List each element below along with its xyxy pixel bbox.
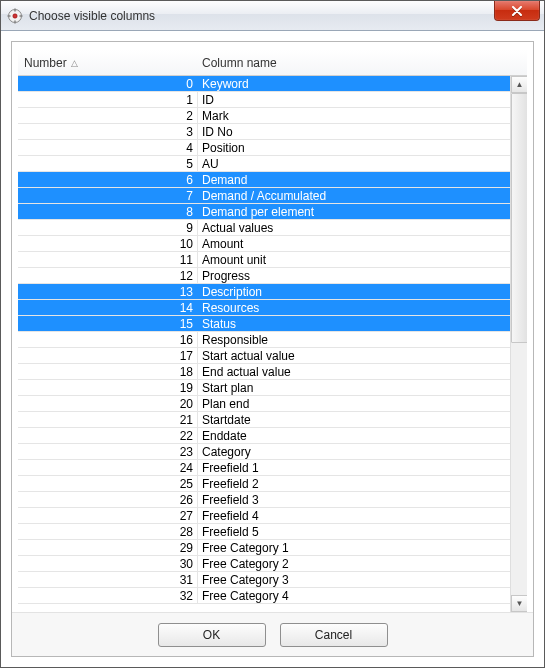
rows-container: 0Keyword1ID2Mark3ID No4Position5AU6Deman… bbox=[18, 76, 510, 612]
table-row[interactable]: 2Mark bbox=[18, 108, 510, 124]
cell-name: Keyword bbox=[198, 76, 510, 91]
cell-number: 32 bbox=[18, 588, 198, 603]
cell-name: AU bbox=[198, 156, 510, 171]
cell-number: 7 bbox=[18, 188, 198, 203]
table-row[interactable]: 32Free Category 4 bbox=[18, 588, 510, 604]
cell-name: Status bbox=[198, 316, 510, 331]
table-row[interactable]: 20Plan end bbox=[18, 396, 510, 412]
cell-number: 19 bbox=[18, 380, 198, 395]
cell-name: Demand / Accumulated bbox=[198, 188, 510, 203]
header-column-name-label: Column name bbox=[202, 56, 277, 70]
cell-number: 25 bbox=[18, 476, 198, 491]
table-row[interactable]: 4Position bbox=[18, 140, 510, 156]
cell-number: 27 bbox=[18, 508, 198, 523]
cell-name: Free Category 3 bbox=[198, 572, 510, 587]
cell-name: Freefield 3 bbox=[198, 492, 510, 507]
cell-number: 0 bbox=[18, 76, 198, 91]
table-row[interactable]: 10Amount bbox=[18, 236, 510, 252]
client-area: Number △ Column name 0Keyword1ID2Mark3ID… bbox=[1, 31, 544, 667]
dialog-window: Choose visible columns Number △ Column n… bbox=[0, 0, 545, 668]
vertical-scrollbar[interactable]: ▲ ▼ bbox=[510, 76, 527, 612]
cell-name: Plan end bbox=[198, 396, 510, 411]
grid-header: Number △ Column name bbox=[18, 50, 527, 76]
table-row[interactable]: 6Demand bbox=[18, 172, 510, 188]
table-row[interactable]: 22Enddate bbox=[18, 428, 510, 444]
cell-number: 22 bbox=[18, 428, 198, 443]
table-row[interactable]: 17Start actual value bbox=[18, 348, 510, 364]
table-row[interactable]: 7Demand / Accumulated bbox=[18, 188, 510, 204]
table-row[interactable]: 3ID No bbox=[18, 124, 510, 140]
header-number-label: Number bbox=[24, 56, 67, 70]
cell-name: Resources bbox=[198, 300, 510, 315]
cell-name: Actual values bbox=[198, 220, 510, 235]
table-row[interactable]: 13Description bbox=[18, 284, 510, 300]
close-button[interactable] bbox=[494, 1, 540, 21]
cell-number: 2 bbox=[18, 108, 198, 123]
table-row[interactable]: 28Freefield 5 bbox=[18, 524, 510, 540]
table-row[interactable]: 30Free Category 2 bbox=[18, 556, 510, 572]
cell-name: Free Category 4 bbox=[198, 588, 510, 603]
cell-name: ID bbox=[198, 92, 510, 107]
table-row[interactable]: 31Free Category 3 bbox=[18, 572, 510, 588]
table-row[interactable]: 8Demand per element bbox=[18, 204, 510, 220]
table-row[interactable]: 9Actual values bbox=[18, 220, 510, 236]
table-row[interactable]: 18End actual value bbox=[18, 364, 510, 380]
table-row[interactable]: 25Freefield 2 bbox=[18, 476, 510, 492]
cell-name: Description bbox=[198, 284, 510, 299]
svg-rect-3 bbox=[14, 20, 16, 23]
cell-name: End actual value bbox=[198, 364, 510, 379]
cell-name: Mark bbox=[198, 108, 510, 123]
cell-number: 11 bbox=[18, 252, 198, 267]
cell-number: 9 bbox=[18, 220, 198, 235]
table-row[interactable]: 29Free Category 1 bbox=[18, 540, 510, 556]
table-row[interactable]: 11Amount unit bbox=[18, 252, 510, 268]
header-number[interactable]: Number △ bbox=[18, 56, 198, 70]
cell-number: 31 bbox=[18, 572, 198, 587]
table-row[interactable]: 1ID bbox=[18, 92, 510, 108]
cell-number: 30 bbox=[18, 556, 198, 571]
cell-number: 10 bbox=[18, 236, 198, 251]
table-row[interactable]: 14Resources bbox=[18, 300, 510, 316]
cell-number: 28 bbox=[18, 524, 198, 539]
grid-body: 0Keyword1ID2Mark3ID No4Position5AU6Deman… bbox=[18, 76, 527, 612]
cell-number: 1 bbox=[18, 92, 198, 107]
cell-number: 18 bbox=[18, 364, 198, 379]
table-row[interactable]: 27Freefield 4 bbox=[18, 508, 510, 524]
titlebar[interactable]: Choose visible columns bbox=[1, 1, 544, 31]
table-row[interactable]: 23Category bbox=[18, 444, 510, 460]
table-row[interactable]: 15Status bbox=[18, 316, 510, 332]
svg-rect-2 bbox=[14, 8, 16, 11]
table-row[interactable]: 5AU bbox=[18, 156, 510, 172]
cell-name: Free Category 2 bbox=[198, 556, 510, 571]
cell-name: Enddate bbox=[198, 428, 510, 443]
cancel-button[interactable]: Cancel bbox=[280, 623, 388, 647]
svg-rect-5 bbox=[20, 15, 23, 17]
table-row[interactable]: 19Start plan bbox=[18, 380, 510, 396]
cell-number: 12 bbox=[18, 268, 198, 283]
ok-button[interactable]: OK bbox=[158, 623, 266, 647]
table-row[interactable]: 12Progress bbox=[18, 268, 510, 284]
table-row[interactable]: 24Freefield 1 bbox=[18, 460, 510, 476]
cell-name: Start plan bbox=[198, 380, 510, 395]
app-icon bbox=[7, 8, 23, 24]
table-row[interactable]: 0Keyword bbox=[18, 76, 510, 92]
cell-name: ID No bbox=[198, 124, 510, 139]
cell-name: Start actual value bbox=[198, 348, 510, 363]
cell-number: 29 bbox=[18, 540, 198, 555]
cell-name: Demand per element bbox=[198, 204, 510, 219]
grid: Number △ Column name 0Keyword1ID2Mark3ID… bbox=[12, 42, 533, 612]
cell-name: Demand bbox=[198, 172, 510, 187]
cell-number: 6 bbox=[18, 172, 198, 187]
cell-number: 17 bbox=[18, 348, 198, 363]
header-column-name[interactable]: Column name bbox=[198, 56, 527, 70]
table-row[interactable]: 26Freefield 3 bbox=[18, 492, 510, 508]
cell-name: Responsible bbox=[198, 332, 510, 347]
cell-number: 4 bbox=[18, 140, 198, 155]
close-icon bbox=[511, 6, 523, 16]
table-row[interactable]: 16Responsible bbox=[18, 332, 510, 348]
scroll-down-button[interactable]: ▼ bbox=[511, 595, 527, 612]
cell-number: 16 bbox=[18, 332, 198, 347]
table-row[interactable]: 21Startdate bbox=[18, 412, 510, 428]
scroll-thumb[interactable] bbox=[511, 93, 527, 343]
scroll-up-button[interactable]: ▲ bbox=[511, 76, 527, 93]
